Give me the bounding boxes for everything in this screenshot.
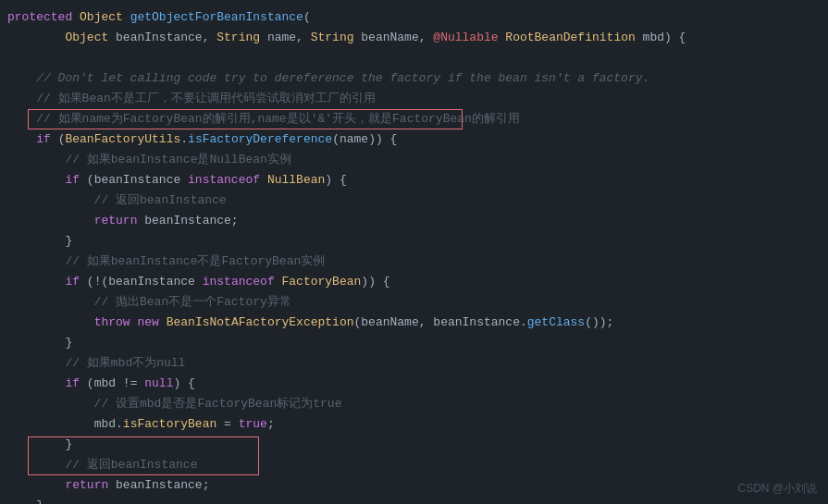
line-content: mbd.isFactoryBean = true; (0, 415, 828, 434)
code-line: // 如果Bean不是工厂，不要让调用代码尝试取消对工厂的引用 (0, 89, 828, 109)
code-line: // 如果name为FactoryBean的解引用,name是以'&'开头，就是… (0, 109, 828, 129)
line-content: throw new BeanIsNotAFactoryException(bea… (0, 313, 828, 332)
code-line: } (0, 435, 828, 455)
line-content: if (mbd != null) { (0, 375, 828, 393)
code-line: if (beanInstance instanceof NullBean) { (0, 170, 828, 191)
code-line-return-highlighted: return beanInstance; (0, 475, 828, 496)
line-content: // 返回beanInstance (0, 456, 828, 474)
line-content: // 如果mbd不为null (0, 354, 828, 373)
line-content: Object beanInstance, String name, String… (0, 29, 828, 47)
line-content: } (0, 232, 828, 251)
line-content: return beanInstance; (0, 476, 828, 495)
code-line: // 设置mbd是否是FactoryBean标记为true (0, 394, 828, 414)
code-line: // 如果mbd不为null (0, 353, 828, 374)
code-line: Object beanInstance, String name, String… (0, 28, 828, 48)
line-content: } (0, 334, 828, 352)
line-content: } (0, 497, 828, 504)
line-content: // 如果beanInstance是NullBean实例 (0, 151, 828, 169)
line-content: // 返回beanInstance (0, 191, 828, 210)
code-container: protected Object getObjectForBeanInstanc… (0, 0, 828, 504)
code-line: // 抛出Bean不是一个Factory异常 (0, 292, 828, 313)
line-content: } (0, 436, 828, 454)
code-line: } (0, 231, 828, 252)
line-content: // Don't let calling code try to derefer… (0, 69, 828, 88)
line-content: if (BeanFactoryUtils.isFactoryDereferenc… (0, 130, 828, 149)
line-content: // 抛出Bean不是一个Factory异常 (0, 293, 828, 312)
code-line: } (0, 496, 828, 504)
code-line: throw new BeanIsNotAFactoryException(bea… (0, 313, 828, 333)
line-content: // 如果Bean不是工厂，不要让调用代码尝试取消对工厂的引用 (0, 90, 828, 108)
code-line: // 如果beanInstance是NullBean实例 (0, 150, 828, 170)
watermark: CSDN @小刘说 (737, 481, 817, 497)
code-line: if (!(beanInstance instanceof FactoryBea… (0, 272, 828, 292)
line-content: if (beanInstance instanceof NullBean) { (0, 171, 828, 190)
code-line: // 如果beanInstance不是FactoryBean实例 (0, 252, 828, 272)
code-line: if (mbd != null) { (0, 374, 828, 394)
line-content: if (!(beanInstance instanceof FactoryBea… (0, 273, 828, 291)
code-line: protected Object getObjectForBeanInstanc… (0, 7, 828, 28)
line-content: protected Object getObjectForBeanInstanc… (0, 8, 828, 27)
code-line-if-highlighted: if (BeanFactoryUtils.isFactoryDereferenc… (0, 129, 828, 150)
line-content: // 设置mbd是否是FactoryBean标记为true (0, 395, 828, 413)
code-line: } (0, 333, 828, 353)
code-line: // Don't let calling code try to derefer… (0, 68, 828, 89)
line-content: // 如果name为FactoryBean的解引用,name是以'&'开头，就是… (0, 110, 828, 129)
line-content: return beanInstance; (0, 212, 828, 230)
code-line (0, 48, 828, 68)
code-line: mbd.isFactoryBean = true; (0, 414, 828, 435)
line-content (0, 49, 828, 68)
line-content: // 如果beanInstance不是FactoryBean实例 (0, 252, 828, 271)
code-line-return-comment: // 返回beanInstance (0, 455, 828, 475)
code-line: // 返回beanInstance (0, 191, 828, 211)
code-line: return beanInstance; (0, 211, 828, 231)
